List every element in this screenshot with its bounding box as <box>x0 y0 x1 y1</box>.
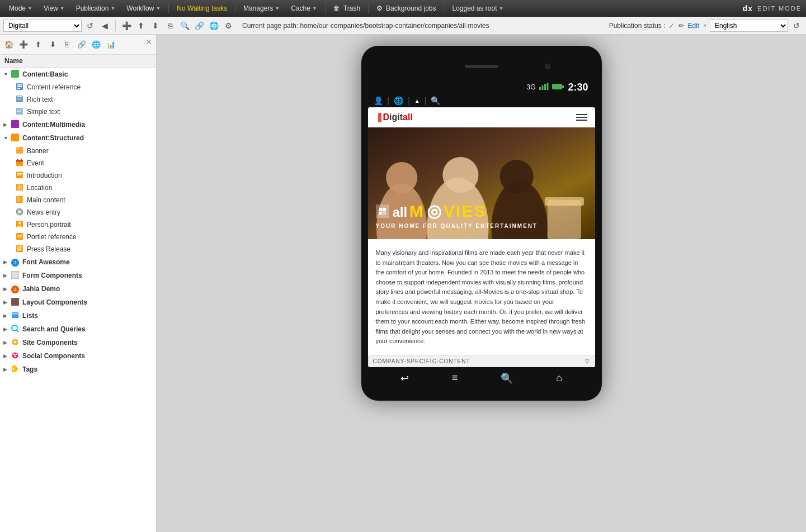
edit-button[interactable]: ✏ <box>678 22 684 30</box>
import-icon[interactable]: ⬆ <box>135 20 147 32</box>
trash-menu[interactable]: 🗑 Trash <box>329 0 365 17</box>
section-social-header[interactable]: ▶ Social Components <box>0 349 156 363</box>
background-jobs-menu[interactable]: ⚙ Background jobs <box>372 0 440 17</box>
copy-icon[interactable]: ⎘ <box>164 20 176 32</box>
sb-link2-icon[interactable]: 🔗 <box>75 38 88 51</box>
sb-settings2-icon[interactable]: 📊 <box>104 38 117 51</box>
svg-rect-37 <box>17 235 22 236</box>
tree-item-person-portrait[interactable]: Person portrait <box>0 218 156 231</box>
section-fa-header[interactable]: ▶ f Font Awesome <box>0 255 156 269</box>
no-waiting-label: No Waiting tasks <box>177 4 227 12</box>
svg-rect-22 <box>17 175 21 176</box>
content-ref-label: Content reference <box>27 83 81 91</box>
home-phone-icon[interactable]: ≡ <box>452 372 458 384</box>
portlet-ref-label: Portlet reference <box>27 233 77 241</box>
translate-icon[interactable]: 🌐 <box>208 20 220 32</box>
company-content-toggle[interactable]: ▽ <box>585 358 590 364</box>
tree-item-event[interactable]: Event <box>0 157 156 169</box>
view-menu[interactable]: View ▼ <box>39 0 69 17</box>
rich-text-icon <box>16 95 25 104</box>
hamburger-menu[interactable] <box>576 114 587 121</box>
svg-rect-9 <box>17 110 22 111</box>
sb-home-icon[interactable]: 🏠 <box>2 38 16 51</box>
section-site-header[interactable]: ▶ Site Components <box>0 336 156 349</box>
view-label: View <box>44 4 58 12</box>
tree-item-press-release[interactable]: Press Release <box>0 243 156 255</box>
phone-nav-icons-top: 👤 | 🌐 | ▲ | 🔍 <box>368 94 595 107</box>
sidebar-close-button[interactable]: ✕ <box>144 37 154 47</box>
language-dropdown[interactable]: English <box>710 20 788 32</box>
section-search-queries: ▶ Search and Queries <box>0 322 156 336</box>
language-selector[interactable]: English ↺ <box>710 20 803 32</box>
pub-status-label: Publication status : <box>609 22 666 30</box>
edit-arrow[interactable]: ▼ <box>703 23 708 28</box>
reload-button[interactable]: ↺ <box>84 20 96 32</box>
phone-mockup: 3G 2:30 👤 | 🌐 | ▲ | 🔍 <box>361 46 602 401</box>
svg-rect-45 <box>12 315 18 315</box>
section-layout-header[interactable]: ▶ Layout Components <box>0 296 156 309</box>
tree-item-main-content[interactable]: Main content <box>0 194 156 206</box>
tree-item-rich-text[interactable]: Rich text <box>0 93 156 106</box>
managers-menu[interactable]: Managers ▼ <box>239 0 284 17</box>
publication-menu[interactable]: Publication ▼ <box>72 0 120 17</box>
tree-item-introduction[interactable]: Introduction <box>0 169 156 182</box>
back-phone-icon[interactable]: ↩ <box>400 372 409 384</box>
search-bottom-phone-icon[interactable]: 🔍 <box>501 372 513 384</box>
section-lists-header[interactable]: ▶ Lists <box>0 309 156 322</box>
settings-icon[interactable]: ⚙ <box>222 20 234 32</box>
section-form-components: ▶ Form Components <box>0 269 156 282</box>
sb-copy2-icon[interactable]: ⎘ <box>60 38 74 51</box>
section-jahia-header[interactable]: ▶ J Jahia Demo <box>0 282 156 296</box>
mode-menu[interactable]: Mode ▼ <box>4 0 37 17</box>
user-menu[interactable]: Logged as root ▼ <box>447 0 508 17</box>
section-content-basic: ▼ Content:Basic Content reference <box>0 68 156 118</box>
phone-screen: ❚ Digitall <box>368 107 595 367</box>
svg-rect-21 <box>17 174 22 175</box>
edit-label[interactable]: Edit <box>687 22 699 30</box>
page-path: Current page path: home/our-companies/bo… <box>237 22 607 30</box>
site-folder-icon <box>11 338 20 347</box>
svg-rect-12 <box>16 147 20 150</box>
tree-item-news-entry[interactable]: News entry <box>0 206 156 218</box>
section-mm-header[interactable]: ▶ Content:Multimedia <box>0 118 156 131</box>
back-button[interactable]: ◀ <box>98 20 111 32</box>
view-arrow: ▼ <box>60 6 65 11</box>
tree-item-portlet-reference[interactable]: Portlet reference <box>0 231 156 243</box>
link-icon[interactable]: 🔗 <box>193 20 205 32</box>
add-icon[interactable]: ➕ <box>120 20 133 32</box>
sb-up-icon[interactable]: ⬆ <box>31 38 45 51</box>
tree-item-simple-text[interactable]: Simple text <box>0 106 156 118</box>
section-search-header[interactable]: ▶ Search and Queries <box>0 322 156 336</box>
section-social-components: ▶ Social Components <box>0 349 156 363</box>
zoom-icon[interactable]: 🔍 <box>178 20 191 32</box>
logo-digit-icon: ❚ <box>376 112 383 122</box>
sb-down-icon[interactable]: ⬇ <box>46 38 59 51</box>
section-struct-header[interactable]: ▼ Content:Structured <box>0 131 156 145</box>
svg-rect-28 <box>17 197 20 202</box>
cache-menu[interactable]: Cache ▼ <box>286 0 322 17</box>
sb-add-icon[interactable]: ➕ <box>17 38 30 51</box>
jahia-folder-icon: J <box>11 284 20 293</box>
basic-label: Content:Basic <box>22 70 153 78</box>
lang-reload-icon[interactable]: ↺ <box>790 20 803 32</box>
export-icon[interactable]: ⬇ <box>149 20 162 32</box>
banner-label: Banner <box>27 147 49 155</box>
workflow-arrow: ▼ <box>155 6 161 11</box>
hero-vies-text: VIES <box>444 202 486 220</box>
sb-globe-icon[interactable]: 🌐 <box>89 38 103 51</box>
site-selector[interactable]: Digitall <box>3 20 82 32</box>
tree-item-content-reference[interactable]: Content reference <box>0 81 156 93</box>
tree-item-location[interactable]: Location <box>0 182 156 194</box>
mode-arrow: ▼ <box>27 6 32 11</box>
section-basic-header[interactable]: ▼ Content:Basic <box>0 68 156 81</box>
tree-item-banner[interactable]: Banner <box>0 145 156 157</box>
menu-phone-icon[interactable]: ⌂ <box>556 372 562 384</box>
hamburger-line-1 <box>576 114 587 115</box>
hamburger-line-3 <box>576 120 587 121</box>
separator-1 <box>168 3 169 13</box>
section-form-header[interactable]: ▶ Form Components <box>0 269 156 282</box>
section-tags-header[interactable]: ▶ Tags <box>0 363 156 376</box>
section-lists: ▶ Lists <box>0 309 156 322</box>
no-waiting-tasks[interactable]: No Waiting tasks <box>172 0 232 17</box>
workflow-menu[interactable]: Workflow ▼ <box>122 0 165 17</box>
